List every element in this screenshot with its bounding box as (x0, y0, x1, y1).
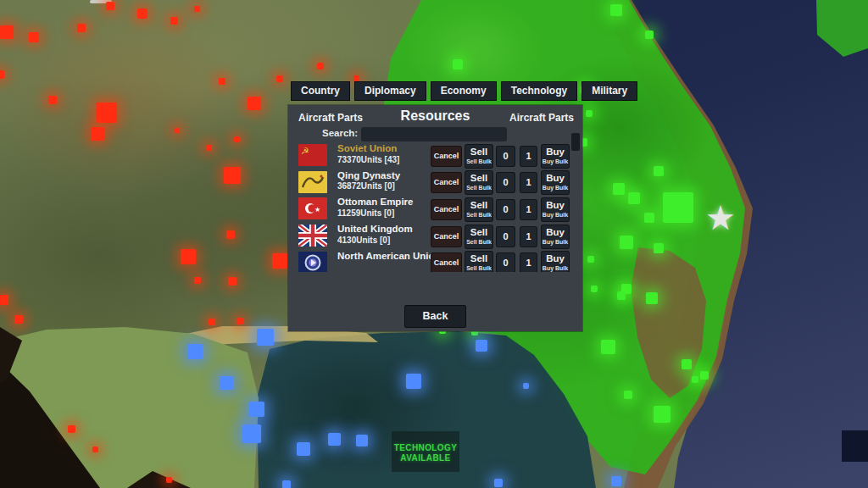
blue-city-marker[interactable] (220, 376, 233, 390)
green-city-marker[interactable] (453, 59, 463, 69)
tab-economy[interactable]: Economy (431, 81, 497, 101)
cancel-button[interactable]: Cancel (431, 199, 462, 220)
blue-city-marker[interactable] (523, 383, 529, 389)
red-city-marker[interactable] (276, 75, 283, 82)
red-city-marker[interactable] (317, 63, 324, 69)
red-city-marker[interactable] (0, 295, 8, 305)
cancel-button[interactable]: Cancel (431, 146, 462, 167)
buy-button[interactable]: BuyBuy Bulk (541, 170, 570, 195)
buy-quantity-field[interactable]: 1 (520, 146, 537, 167)
sell-button[interactable]: SellSell Bulk (465, 197, 493, 222)
buy-button[interactable]: BuyBuy Bulk (541, 197, 570, 222)
green-city-marker[interactable] (700, 371, 709, 380)
tab-technology[interactable]: Technology (501, 81, 577, 101)
buy-quantity-field[interactable]: 1 (520, 199, 537, 220)
green-city-marker[interactable] (624, 391, 632, 399)
tab-country[interactable]: Country (291, 81, 350, 101)
red-city-marker[interactable] (137, 8, 147, 19)
blue-city-marker[interactable] (611, 476, 621, 486)
red-city-marker[interactable] (272, 253, 287, 269)
green-city-marker[interactable] (654, 243, 664, 253)
green-city-marker[interactable] (617, 291, 626, 300)
back-button[interactable]: Back (404, 305, 466, 328)
capital-star-icon[interactable]: ★ (705, 201, 736, 235)
green-city-marker[interactable] (646, 292, 658, 304)
buy-button[interactable]: BuyBuy Bulk (541, 251, 570, 272)
green-city-marker[interactable] (613, 183, 625, 195)
red-city-marker[interactable] (91, 127, 104, 141)
red-city-marker[interactable] (77, 24, 86, 32)
blue-city-marker[interactable] (282, 480, 291, 488)
green-city-marker[interactable] (663, 192, 693, 223)
blue-city-marker[interactable] (249, 402, 264, 417)
red-city-marker[interactable] (92, 446, 98, 452)
blue-city-marker[interactable] (187, 344, 203, 359)
red-city-marker[interactable] (166, 477, 172, 483)
buy-quantity-field[interactable]: 1 (520, 252, 537, 272)
blue-city-marker[interactable] (328, 433, 341, 446)
red-city-marker[interactable] (0, 70, 4, 79)
green-city-marker[interactable] (645, 30, 654, 39)
sell-quantity-field[interactable]: 0 (496, 252, 515, 272)
blue-city-marker[interactable] (476, 340, 487, 352)
red-city-marker[interactable] (353, 75, 359, 81)
sell-quantity-field[interactable]: 0 (496, 226, 515, 247)
blue-city-marker[interactable] (257, 329, 274, 346)
red-city-marker[interactable] (206, 145, 212, 151)
green-city-marker[interactable] (586, 110, 593, 117)
green-city-marker[interactable] (587, 256, 594, 263)
sell-button[interactable]: SellSell Bulk (465, 225, 493, 249)
sell-button[interactable]: SellSell Bulk (465, 144, 493, 169)
red-city-marker[interactable] (194, 6, 200, 12)
green-city-marker[interactable] (610, 4, 622, 16)
cancel-button[interactable]: Cancel (431, 172, 462, 193)
technology-available-badge[interactable]: TECHNOLOGY AVAILABLE (392, 431, 459, 472)
blue-city-marker[interactable] (356, 435, 368, 446)
red-city-marker[interactable] (181, 249, 196, 264)
sell-quantity-field[interactable]: 0 (496, 146, 515, 167)
red-city-marker[interactable] (224, 167, 241, 184)
green-city-marker[interactable] (682, 359, 692, 369)
scrollbar[interactable] (571, 133, 580, 151)
green-city-marker[interactable] (692, 376, 698, 383)
red-city-marker[interactable] (170, 17, 178, 25)
green-city-marker[interactable] (591, 286, 598, 292)
search-input[interactable] (361, 127, 507, 141)
tab-diplomacy[interactable]: Diplomacy (354, 81, 426, 101)
red-city-marker[interactable] (194, 277, 201, 284)
cancel-button[interactable]: Cancel (431, 226, 462, 247)
red-city-marker[interactable] (68, 425, 75, 433)
cancel-button[interactable]: Cancel (431, 252, 462, 272)
green-city-marker[interactable] (601, 340, 615, 354)
buy-quantity-field[interactable]: 1 (520, 172, 537, 193)
green-city-marker[interactable] (628, 192, 640, 204)
sell-button[interactable]: SellSell Bulk (465, 170, 493, 195)
tab-military[interactable]: Military (581, 81, 637, 101)
blue-city-marker[interactable] (242, 424, 261, 443)
blue-city-marker[interactable] (297, 442, 310, 456)
green-city-marker[interactable] (654, 166, 664, 176)
buy-button[interactable]: BuyBuy Bulk (541, 144, 570, 169)
blue-city-marker[interactable] (406, 374, 421, 389)
red-city-marker[interactable] (97, 103, 117, 123)
buy-button[interactable]: BuyBuy Bulk (541, 225, 570, 249)
green-city-marker[interactable] (654, 406, 670, 423)
green-city-marker[interactable] (620, 236, 633, 249)
red-city-marker[interactable] (209, 319, 215, 325)
red-city-marker[interactable] (234, 136, 240, 142)
red-city-marker[interactable] (226, 230, 235, 239)
red-city-marker[interactable] (48, 96, 57, 104)
red-city-marker[interactable] (236, 318, 243, 324)
buy-quantity-field[interactable]: 1 (520, 226, 537, 247)
red-city-marker[interactable] (0, 25, 14, 39)
red-city-marker[interactable] (29, 32, 39, 42)
sell-quantity-field[interactable]: 0 (496, 199, 515, 220)
red-city-marker[interactable] (106, 2, 114, 10)
red-city-marker[interactable] (175, 128, 180, 133)
sell-quantity-field[interactable]: 0 (496, 172, 515, 193)
red-city-marker[interactable] (219, 78, 225, 85)
green-city-marker[interactable] (644, 213, 654, 223)
red-city-marker[interactable] (14, 315, 23, 324)
red-city-marker[interactable] (228, 277, 236, 286)
red-city-marker[interactable] (248, 97, 261, 110)
